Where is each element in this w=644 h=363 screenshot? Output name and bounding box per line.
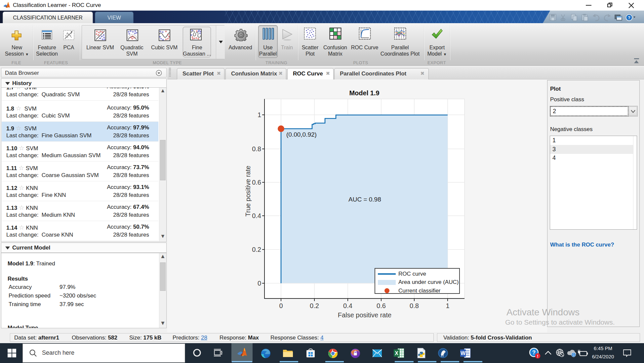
svg-text:W: W: [461, 350, 466, 356]
svg-text:?: ?: [628, 15, 630, 20]
svg-text:X: X: [395, 350, 398, 356]
svg-text:!: !: [537, 354, 538, 359]
svg-text:?: ?: [532, 349, 536, 356]
